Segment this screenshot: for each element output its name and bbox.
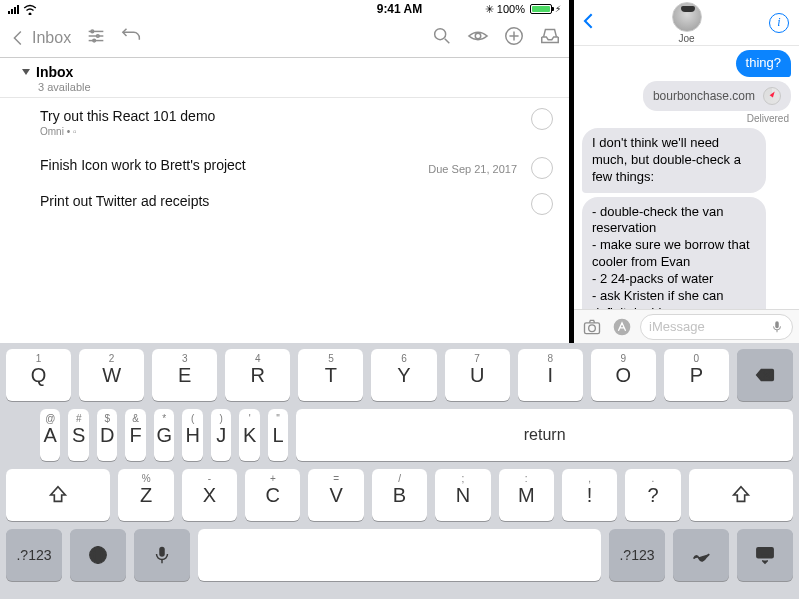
link-url: bourbonchase.com: [653, 89, 755, 103]
key-row-2: @A#S$D&F*G(H)J'K"L return: [6, 409, 793, 461]
key-g[interactable]: *G: [154, 409, 174, 461]
numbers-key[interactable]: .?123: [609, 529, 665, 581]
message-placeholder: iMessage: [649, 319, 770, 334]
key-j[interactable]: )J: [211, 409, 231, 461]
composer: iMessage: [574, 309, 799, 343]
key-e[interactable]: 3E: [152, 349, 217, 401]
battery-icon: [530, 4, 552, 14]
list-item[interactable]: Finish Icon work to Brett's project Due …: [0, 147, 569, 183]
key-h[interactable]: (H: [182, 409, 202, 461]
wifi-icon: [23, 4, 37, 15]
inbox-icon[interactable]: [539, 25, 561, 51]
inbox-header[interactable]: Inbox 3 available: [0, 58, 569, 98]
svg-point-8: [475, 33, 481, 39]
key-l[interactable]: "L: [268, 409, 288, 461]
svg-rect-22: [757, 548, 774, 558]
back-label: Inbox: [32, 29, 71, 47]
list-item[interactable]: Print out Twitter ad receipts: [0, 183, 569, 219]
key-d[interactable]: $D: [97, 409, 117, 461]
filter-icon[interactable]: [85, 25, 107, 51]
avatar: [672, 2, 702, 32]
key-m[interactable]: :M: [499, 469, 554, 521]
space-key[interactable]: [198, 529, 601, 581]
key-x[interactable]: -X: [182, 469, 237, 521]
cellular-icon: [8, 5, 19, 14]
svg-point-6: [435, 28, 446, 39]
key-i[interactable]: 8I: [518, 349, 583, 401]
safari-icon: [763, 87, 781, 105]
svg-line-7: [445, 38, 450, 43]
back-button[interactable]: Inbox: [8, 27, 71, 49]
numbers-key[interactable]: .?123: [6, 529, 62, 581]
item-title: Print out Twitter ad receipts: [40, 193, 553, 209]
messages-pane: Joe i thing? bourbonchase.com Delivered …: [574, 0, 799, 343]
battery-text: 100%: [497, 3, 525, 15]
item-title: Try out this React 101 demo: [40, 108, 553, 124]
dictation-key[interactable]: [134, 529, 190, 581]
appstore-icon[interactable]: [610, 315, 634, 339]
key-k[interactable]: 'K: [239, 409, 259, 461]
dictation-icon[interactable]: [770, 318, 784, 336]
inbox-count: 3 available: [38, 81, 551, 93]
contact-header[interactable]: Joe: [672, 2, 702, 44]
disclosure-triangle-icon[interactable]: [22, 69, 30, 75]
key-?[interactable]: .?: [625, 469, 680, 521]
complete-checkbox[interactable]: [531, 157, 553, 179]
link-preview[interactable]: bourbonchase.com: [643, 81, 791, 111]
key-![interactable]: ,!: [562, 469, 617, 521]
camera-icon[interactable]: [580, 315, 604, 339]
messages-back-button[interactable]: [580, 11, 600, 35]
key-t[interactable]: 5T: [298, 349, 363, 401]
message-input[interactable]: iMessage: [640, 314, 793, 340]
shift-key[interactable]: [6, 469, 110, 521]
list-item[interactable]: Try out this React 101 demo Omni • ▫: [0, 98, 569, 147]
svg-rect-15: [775, 321, 779, 328]
left-toolbar: Inbox: [0, 18, 569, 58]
search-icon[interactable]: [431, 25, 453, 51]
key-a[interactable]: @A: [40, 409, 60, 461]
message-thread[interactable]: thing? bourbonchase.com Delivered I don'…: [574, 46, 799, 309]
eye-icon[interactable]: [467, 25, 489, 51]
key-row-4: .?123 .?123: [6, 529, 793, 581]
message-incoming: - double-check the van reservation - mak…: [582, 197, 766, 309]
messages-nav: Joe i: [574, 0, 799, 46]
key-r[interactable]: 4R: [225, 349, 290, 401]
hide-keyboard-key[interactable]: [737, 529, 793, 581]
backspace-key[interactable]: [737, 349, 793, 401]
handwriting-key[interactable]: [673, 529, 729, 581]
keyboard: 1Q2W3E4R5T6Y7U8I9O0P @A#S$D&F*G(H)J'K"L …: [0, 343, 799, 599]
key-z[interactable]: %Z: [118, 469, 173, 521]
message-outgoing: thing?: [736, 50, 791, 77]
svg-point-14: [614, 318, 631, 335]
shift-key[interactable]: [689, 469, 793, 521]
key-q[interactable]: 1Q: [6, 349, 71, 401]
complete-checkbox[interactable]: [531, 108, 553, 130]
key-u[interactable]: 7U: [445, 349, 510, 401]
complete-checkbox[interactable]: [531, 193, 553, 215]
undo-icon[interactable]: [121, 25, 143, 51]
inbox-title: Inbox: [36, 64, 73, 80]
key-b[interactable]: /B: [372, 469, 427, 521]
delivered-status: Delivered: [747, 113, 791, 124]
key-f[interactable]: &F: [125, 409, 145, 461]
bluetooth-icon: ✳︎: [485, 3, 494, 16]
svg-point-13: [589, 324, 596, 331]
charging-icon: ⚡︎: [555, 4, 561, 14]
return-key[interactable]: return: [296, 409, 793, 461]
key-row-3: %Z-X+C=V/B;N:M,!.?: [6, 469, 793, 521]
globe-key[interactable]: [70, 529, 126, 581]
left-pane: 9:41 AM ✳︎ 100% ⚡︎ Inbox Inbox 3 availa: [0, 0, 569, 343]
key-w[interactable]: 2W: [79, 349, 144, 401]
key-c[interactable]: +C: [245, 469, 300, 521]
key-s[interactable]: #S: [68, 409, 88, 461]
info-button[interactable]: i: [769, 13, 789, 33]
key-y[interactable]: 6Y: [371, 349, 436, 401]
key-o[interactable]: 9O: [591, 349, 656, 401]
key-row-1: 1Q2W3E4R5T6Y7U8I9O0P: [6, 349, 793, 401]
key-n[interactable]: ;N: [435, 469, 490, 521]
key-p[interactable]: 0P: [664, 349, 729, 401]
status-bar: 9:41 AM ✳︎ 100% ⚡︎: [0, 0, 569, 18]
svg-rect-20: [159, 547, 165, 557]
add-icon[interactable]: [503, 25, 525, 51]
key-v[interactable]: =V: [308, 469, 363, 521]
